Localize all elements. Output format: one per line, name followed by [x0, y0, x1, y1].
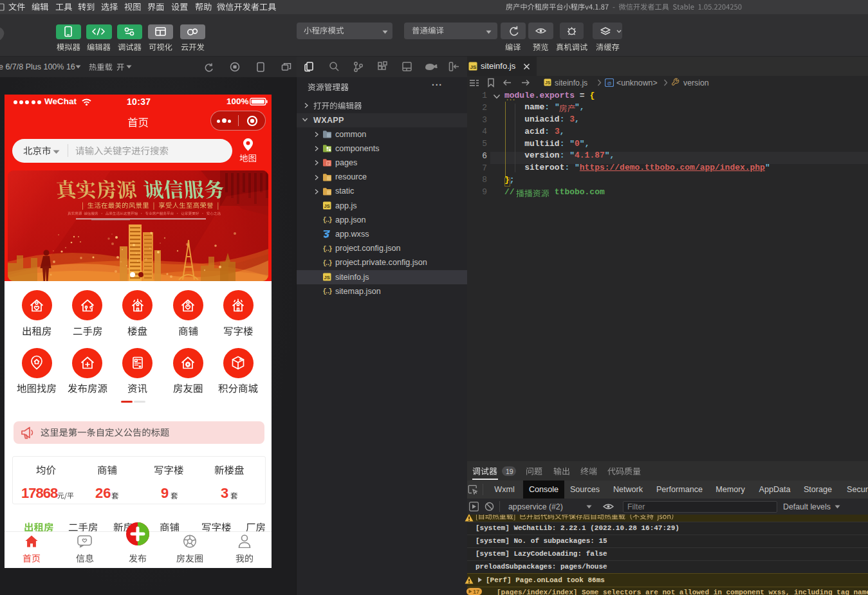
- svg-text:{..}: {..}: [323, 246, 333, 253]
- svg-text:JS: JS: [470, 64, 477, 70]
- svg-text:JS: JS: [324, 275, 330, 280]
- svg-text:JS: JS: [545, 80, 551, 85]
- svg-text:JS: JS: [324, 203, 330, 209]
- svg-text:{..}: {..}: [323, 217, 333, 224]
- svg-text:{..}: {..}: [323, 260, 333, 267]
- svg-text:{..}: {..}: [323, 288, 333, 295]
- svg-text:@: @: [607, 81, 611, 86]
